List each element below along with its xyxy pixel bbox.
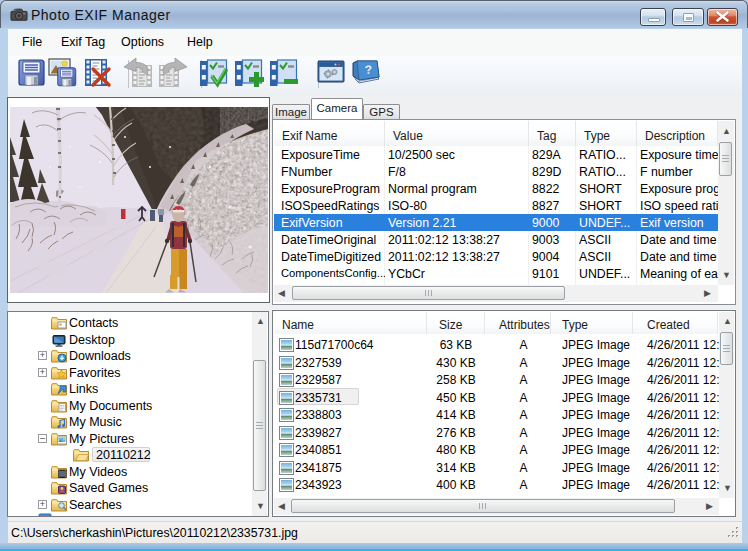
svg-text:?: ? [364,63,372,77]
